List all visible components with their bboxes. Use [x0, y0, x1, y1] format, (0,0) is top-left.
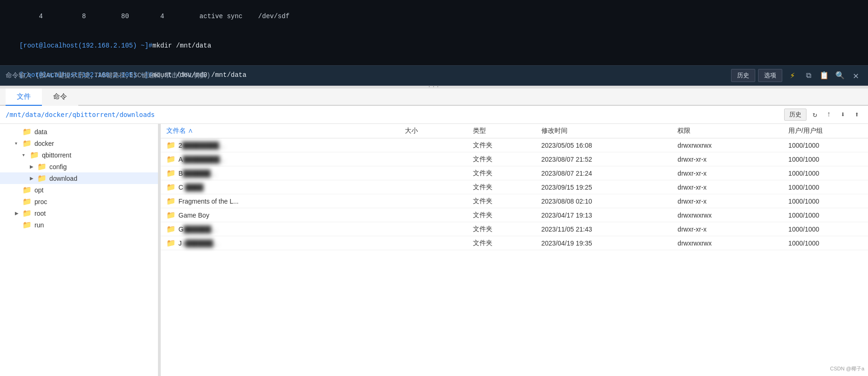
- folder-icon: 📁: [166, 141, 176, 150]
- col-header-type[interactable]: 类型: [467, 124, 535, 138]
- file-tree-sidebar: 📁 data ▾ 📁 docker ▾ 📁 qbittorrent ▶ 📁 co…: [0, 124, 158, 376]
- col-header-modified[interactable]: 修改时间: [536, 124, 672, 138]
- content-area: 📁 data ▾ 📁 docker ▾ 📁 qbittorrent ▶ 📁 co…: [0, 124, 868, 376]
- file-table: 文件名 ∧ 大小 类型 修改时间 权限: [161, 124, 868, 250]
- file-size: [399, 166, 467, 180]
- terminal-stats-line: 4 8 80 4 active sync /dev/sdf: [4, 2, 864, 31]
- command-input-label[interactable]: 命令输入 (按ALT键提示历史,TAB键路径,ESC键返回,双击CTRL切换): [6, 71, 727, 80]
- file-type: 文件夹: [467, 152, 535, 166]
- folder-icon: 📁: [166, 239, 176, 247]
- tab-bar: 文件 命令: [0, 89, 868, 106]
- table-row[interactable]: 📁Fragments of the L...文件夹2023/08/08 02:1…: [161, 194, 868, 208]
- more-icon[interactable]: ✕: [849, 69, 862, 82]
- options-button[interactable]: 选项: [758, 69, 782, 82]
- table-row[interactable]: 📁B██████...文件夹2023/08/07 21:24drwxr-xr-x…: [161, 166, 868, 180]
- path-history-button[interactable]: 历史: [784, 109, 806, 121]
- file-modified: 2023/08/07 21:24: [536, 166, 672, 180]
- tree-item-download[interactable]: ▶ 📁 download: [0, 172, 158, 184]
- up-icon[interactable]: ↑: [823, 109, 834, 120]
- file-manager: 文件 命令 /mnt/data/docker/qbittorrent/downl…: [0, 89, 868, 376]
- lightning-icon[interactable]: ⚡: [786, 69, 799, 82]
- file-name: Ja██████...: [178, 239, 219, 247]
- search-icon[interactable]: 🔍: [834, 69, 847, 82]
- file-size: [399, 180, 467, 194]
- file-size: [399, 138, 467, 152]
- file-type: 文件夹: [467, 236, 535, 250]
- table-row[interactable]: 📁C ████文件夹2023/09/15 19:25drwxr-xr-x1000…: [161, 180, 868, 194]
- file-size: [399, 222, 467, 236]
- folder-icon: 📁: [166, 211, 176, 219]
- table-row[interactable]: 📁G██████...文件夹2023/11/05 21:43drwxr-xr-x…: [161, 222, 868, 236]
- file-user: 1000/1000: [783, 166, 868, 180]
- stats-row: 4 8 80 4 active sync /dev/sdf: [20, 13, 290, 20]
- download-icon[interactable]: ⬇: [837, 109, 848, 120]
- copy-icon[interactable]: ⧉: [802, 69, 815, 82]
- col-header-user[interactable]: 用户/用户组: [783, 124, 868, 138]
- file-modified: 2023/08/08 02:10: [536, 194, 672, 208]
- tree-item-docker[interactable]: ▾ 📁 docker: [0, 137, 158, 149]
- file-permissions: drwxrwxrwx: [672, 138, 783, 152]
- cmd-bar-buttons: 历史 选项: [731, 69, 782, 82]
- table-row[interactable]: 📁Game Boy文件夹2023/04/17 19:13drwxrwxrwx10…: [161, 208, 868, 222]
- file-name: G██████...: [178, 226, 217, 233]
- watermark: CSDN @椰子a: [830, 365, 864, 372]
- file-user: 1000/1000: [783, 152, 868, 166]
- file-permissions: drwxr-xr-x: [672, 194, 783, 208]
- file-name: 2████████...: [178, 142, 225, 149]
- terminal-line-1: [root@localhost(192.168.2.105) ~]#mkdir …: [4, 31, 864, 61]
- folder-icon: 📁: [166, 169, 176, 178]
- tree-item-data[interactable]: 📁 data: [0, 126, 158, 137]
- file-modified: 2023/09/15 19:25: [536, 180, 672, 194]
- tree-item-run[interactable]: 📁 run: [0, 219, 158, 231]
- file-size: [399, 236, 467, 250]
- refresh-icon[interactable]: ↻: [809, 109, 820, 120]
- file-user: 1000/1000: [783, 138, 868, 152]
- file-list-panel: 文件名 ∧ 大小 类型 修改时间 权限: [161, 124, 868, 376]
- col-header-size[interactable]: 大小: [399, 124, 467, 138]
- tab-commands[interactable]: 命令: [42, 89, 78, 106]
- file-permissions: drwxr-xr-x: [672, 180, 783, 194]
- file-modified: 2023/08/07 21:52: [536, 152, 672, 166]
- file-size: [399, 208, 467, 222]
- tab-files[interactable]: 文件: [6, 89, 42, 106]
- table-row[interactable]: 📁A████████...文件夹2023/08/07 21:52drwxr-xr…: [161, 152, 868, 166]
- tree-item-root[interactable]: ▶ 📁 root: [0, 207, 158, 219]
- tree-item-opt[interactable]: 📁 opt: [0, 184, 158, 196]
- tree-item-qbittorrent[interactable]: ▾ 📁 qbittorrent: [0, 149, 158, 161]
- table-row[interactable]: 📁Ja██████...文件夹2023/04/19 19:35drwxrwxrw…: [161, 236, 868, 250]
- file-type: 文件夹: [467, 222, 535, 236]
- file-user: 1000/1000: [783, 194, 868, 208]
- file-modified: 2023/11/05 21:43: [536, 222, 672, 236]
- tree-item-proc[interactable]: 📁 proc: [0, 196, 158, 207]
- file-permissions: drwxr-xr-x: [672, 166, 783, 180]
- file-size: [399, 194, 467, 208]
- file-user: 1000/1000: [783, 222, 868, 236]
- file-name: C ████: [178, 184, 204, 191]
- col-header-name[interactable]: 文件名 ∧: [161, 124, 399, 138]
- file-rows: 📁2████████...文件夹2023/05/05 16:08drwxrwxr…: [161, 138, 868, 250]
- file-name: B██████...: [178, 170, 216, 177]
- file-type: 文件夹: [467, 208, 535, 222]
- table-row[interactable]: 📁2████████...文件夹2023/05/05 16:08drwxrwxr…: [161, 138, 868, 152]
- paste-icon[interactable]: 📋: [818, 69, 831, 82]
- file-type: 文件夹: [467, 180, 535, 194]
- file-user: 1000/1000: [783, 236, 868, 250]
- file-size: [399, 152, 467, 166]
- file-type: 文件夹: [467, 194, 535, 208]
- file-user: 1000/1000: [783, 180, 868, 194]
- history-button[interactable]: 历史: [731, 69, 755, 82]
- upload-icon[interactable]: ⬆: [851, 109, 862, 120]
- file-permissions: drwxrwxrwx: [672, 236, 783, 250]
- terminal-panel: 4 8 80 4 active sync /dev/sdf [root@loca…: [0, 0, 868, 65]
- folder-icon: 📁: [166, 155, 176, 164]
- file-permissions: drwxrwxrwx: [672, 208, 783, 222]
- tree-item-config[interactable]: ▶ 📁 config: [0, 161, 158, 172]
- file-modified: 2023/05/05 16:08: [536, 138, 672, 152]
- table-header-row: 文件名 ∧ 大小 类型 修改时间 权限: [161, 124, 868, 138]
- file-name: A████████...: [178, 156, 225, 163]
- col-header-perm[interactable]: 权限: [672, 124, 783, 138]
- path-actions: 历史 ↻ ↑ ⬇ ⬆: [784, 109, 862, 121]
- file-type: 文件夹: [467, 138, 535, 152]
- folder-icon: 📁: [166, 197, 176, 205]
- file-user: 1000/1000: [783, 208, 868, 222]
